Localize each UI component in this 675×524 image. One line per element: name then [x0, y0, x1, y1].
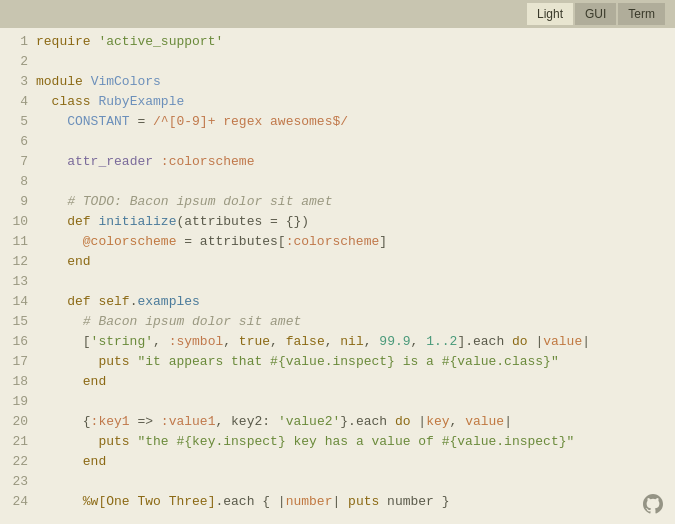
token-blockvar: key	[426, 414, 449, 429]
code-line	[36, 52, 665, 72]
line-number: 22	[8, 452, 28, 472]
token-plain: ]	[379, 234, 387, 249]
token-plain: |	[332, 494, 348, 509]
line-number: 16	[8, 332, 28, 352]
line-number: 23	[8, 472, 28, 492]
github-icon[interactable]	[641, 492, 665, 516]
code-line: CONSTANT = /^[0-9]+ regex awesomes$/	[36, 112, 665, 132]
code-line	[36, 172, 665, 192]
line-numbers: 123456789101112131415161718192021222324	[0, 32, 36, 520]
token-symbol: :value1	[161, 414, 216, 429]
line-number: 11	[8, 232, 28, 252]
code-line: require 'active_support'	[36, 32, 665, 52]
line-number: 18	[8, 372, 28, 392]
code-area: 123456789101112131415161718192021222324 …	[0, 28, 675, 524]
token-method: examples	[137, 294, 199, 309]
token-comment: # TODO: Bacon ipsum dolor sit amet	[67, 194, 332, 209]
token-ivar: @colorscheme	[83, 234, 177, 249]
token-plain	[36, 194, 67, 209]
light-button[interactable]: Light	[527, 3, 573, 25]
token-method: initialize	[98, 214, 176, 229]
token-symbol: :colorscheme	[161, 154, 255, 169]
token-plain	[36, 294, 67, 309]
token-plain	[36, 494, 83, 509]
token-plain: ,	[325, 334, 341, 349]
token-comment: # Bacon ipsum dolor sit amet	[83, 314, 301, 329]
line-number: 20	[8, 412, 28, 432]
token-keyword2: self	[98, 294, 129, 309]
token-symbol: :key1	[91, 414, 130, 429]
line-number: 15	[8, 312, 28, 332]
token-const: VimColors	[91, 74, 161, 89]
code-line: %w[One Two Three].each { |number| puts n…	[36, 492, 665, 512]
line-number: 9	[8, 192, 28, 212]
token-plain: |	[411, 414, 427, 429]
token-plain: }.each	[340, 414, 395, 429]
line-number: 6	[8, 132, 28, 152]
token-plain: ,	[270, 334, 286, 349]
token-const: CONSTANT	[67, 114, 129, 129]
token-plain	[83, 74, 91, 89]
titlebar: Light GUI Term	[0, 0, 675, 28]
token-plain: = attributes[	[176, 234, 285, 249]
token-plain: |	[504, 414, 512, 429]
line-number: 21	[8, 432, 28, 452]
code-lines: require 'active_support' module VimColor…	[36, 32, 675, 520]
token-plain	[36, 374, 83, 389]
token-keyword: true	[239, 334, 270, 349]
token-blockvar: value	[543, 334, 582, 349]
code-line	[36, 132, 665, 152]
token-string: "it appears that #{value.inspect} is a #…	[137, 354, 558, 369]
token-keyword: puts	[348, 494, 379, 509]
token-keyword: %w[One Two Three]	[83, 494, 216, 509]
token-plain	[36, 314, 83, 329]
line-number: 2	[8, 52, 28, 72]
token-regex: /^[0-9]+ regex awesomes$/	[153, 114, 348, 129]
token-plain	[36, 454, 83, 469]
token-plain: (attributes = {})	[176, 214, 309, 229]
token-const: RubyExample	[98, 94, 184, 109]
line-number: 10	[8, 212, 28, 232]
code-line: module VimColors	[36, 72, 665, 92]
token-plain: number }	[379, 494, 449, 509]
token-number: 1..2	[426, 334, 457, 349]
token-plain: [	[36, 334, 91, 349]
code-line: end	[36, 372, 665, 392]
token-plain	[153, 154, 161, 169]
token-keyword: do	[512, 334, 528, 349]
token-plain	[36, 434, 98, 449]
code-line	[36, 472, 665, 492]
line-number: 19	[8, 392, 28, 412]
term-button[interactable]: Term	[618, 3, 665, 25]
code-line	[36, 272, 665, 292]
code-line: class RubyExample	[36, 92, 665, 112]
token-plain	[36, 154, 67, 169]
line-number: 12	[8, 252, 28, 272]
token-plain: ,	[153, 334, 169, 349]
token-string: 'value2'	[278, 414, 340, 429]
token-plain: ,	[411, 334, 427, 349]
token-string: "the #{key.inspect} key has a value of #…	[137, 434, 574, 449]
token-plain: =>	[130, 414, 161, 429]
line-number: 1	[8, 32, 28, 52]
token-plain: =	[130, 114, 153, 129]
code-line: puts "it appears that #{value.inspect} i…	[36, 352, 665, 372]
code-line: puts "the #{key.inspect} key has a value…	[36, 432, 665, 452]
token-keyword: end	[83, 374, 106, 389]
token-plain	[36, 214, 67, 229]
line-number: 7	[8, 152, 28, 172]
token-plain	[36, 354, 98, 369]
token-plain: ,	[364, 334, 380, 349]
code-line: ['string', :symbol, true, false, nil, 99…	[36, 332, 665, 352]
token-keyword: class	[52, 94, 91, 109]
token-plain: , key2:	[215, 414, 277, 429]
token-keyword: puts	[98, 354, 129, 369]
token-number: 99.9	[379, 334, 410, 349]
token-keyword: require	[36, 34, 91, 49]
token-blockvar: value	[465, 414, 504, 429]
gui-button[interactable]: GUI	[575, 3, 616, 25]
token-plain: .each { |	[215, 494, 285, 509]
line-number: 13	[8, 272, 28, 292]
token-plain: ,	[450, 414, 466, 429]
token-plain	[36, 254, 67, 269]
